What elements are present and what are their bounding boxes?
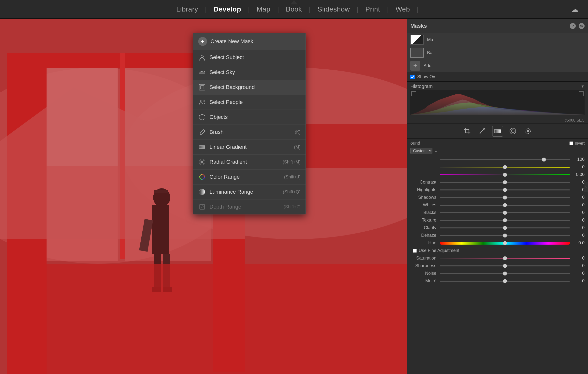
slider-saturation: Saturation 0 (410, 256, 585, 261)
radial-gradient-icon (198, 158, 206, 166)
slider-2-thumb[interactable] (503, 173, 507, 177)
dropdown-color-range[interactable]: Color Range (Shift+J) (193, 170, 306, 185)
nav-print[interactable]: Print (358, 5, 387, 13)
cloud-icon[interactable]: ☁ (571, 5, 578, 13)
nav-book[interactable]: Book (279, 5, 309, 13)
slider-hue-thumb[interactable] (503, 241, 507, 245)
slider-saturation-track[interactable] (440, 258, 570, 259)
nav-map[interactable]: Map (250, 5, 277, 13)
brush-shortcut: (K) (295, 130, 301, 135)
slider-highlights-track[interactable] (440, 189, 570, 190)
exposure-time: ⅟5000 SEC (564, 118, 585, 123)
dropdown-brush[interactable]: Brush (K) (193, 125, 306, 140)
color-range-label: Color Range (209, 174, 284, 180)
slider-hue-track[interactable] (440, 242, 570, 245)
slider-highlights-value: 0 (570, 187, 585, 192)
slider-texture-track[interactable] (440, 220, 570, 221)
custom-select[interactable]: Custom (410, 148, 432, 154)
dropdown-select-background[interactable]: Select Background (193, 80, 306, 95)
slider-texture-thumb[interactable] (503, 218, 507, 222)
histogram-header: Histogram ▼ (410, 84, 585, 89)
slider-contrast-track[interactable] (440, 182, 570, 183)
slider-dehaze-value: 0 (570, 233, 585, 238)
slider-contrast-thumb[interactable] (503, 180, 507, 184)
slider-contrast-value: 0 (570, 180, 585, 185)
dropdown-luminance-range[interactable]: Luminance Range (Shift+Q) (193, 185, 306, 199)
dropdown-radial-gradient[interactable]: Radial Gradient (Shift+M) (193, 155, 306, 170)
slider-1-thumb[interactable] (503, 165, 507, 169)
effects-tool-icon[interactable] (523, 126, 533, 137)
histogram-collapse-icon[interactable]: ▼ (581, 84, 585, 89)
right-edge-arrow[interactable]: › (584, 182, 588, 192)
mask-item-background[interactable]: Ba... (407, 46, 588, 59)
slider-noise-thumb[interactable] (503, 272, 507, 275)
slider-whites-thumb[interactable] (503, 203, 507, 207)
invert-checkbox[interactable] (569, 141, 573, 145)
dropdown-linear-gradient[interactable]: Linear Gradient (M) (193, 140, 306, 155)
slider-saturation-thumb[interactable] (503, 256, 507, 260)
nav-develop[interactable]: Develop (207, 5, 248, 13)
svg-rect-32 (199, 84, 205, 90)
luminance-range-icon (198, 188, 206, 196)
slider-clarity-thumb[interactable] (503, 226, 507, 230)
slider-shadows-label: Shadows (410, 195, 440, 200)
slider-noise-track[interactable] (440, 273, 570, 274)
slider-whites-value: 0 (570, 202, 585, 208)
nav-sep-6: | (387, 5, 389, 13)
slider-1-track[interactable] (440, 167, 570, 168)
histogram-corner-tr (579, 91, 584, 96)
dropdown-depth-range[interactable]: Depth Range (Shift+Z) (193, 199, 306, 214)
mask-add-label: Add (424, 63, 431, 68)
mask-add-button[interactable]: Add (407, 59, 588, 72)
slider-sharpness-thumb[interactable] (503, 264, 507, 268)
fine-adjustment-checkbox[interactable] (413, 249, 417, 253)
slider-exposure-track[interactable] (440, 159, 570, 160)
dropdown-objects[interactable]: Objects (193, 110, 306, 125)
slider-moire-thumb[interactable] (503, 279, 507, 283)
crop-tool-icon[interactable] (462, 126, 473, 137)
nav-library[interactable]: Library (169, 5, 205, 13)
radial-tool-icon[interactable] (507, 126, 518, 137)
nav-web[interactable]: Web (389, 5, 417, 13)
gradient-tool-icon[interactable] (492, 126, 503, 137)
histogram-graph (410, 90, 585, 115)
histogram-corner-tl (411, 91, 416, 96)
brush-tool-icon[interactable] (477, 126, 488, 137)
slider-clarity-label: Clarity (410, 225, 440, 230)
slider-blacks-thumb[interactable] (503, 211, 507, 215)
slider-sharpness-track[interactable] (440, 265, 570, 266)
slider-clarity-track[interactable] (440, 227, 570, 228)
svg-rect-33 (200, 86, 204, 89)
show-overlay-checkbox[interactable] (410, 75, 415, 79)
slider-whites-track[interactable] (440, 205, 570, 206)
topbar: Library | Develop | Map | Book | Slidesh… (0, 0, 588, 19)
nav-slideshow[interactable]: Slideshow (311, 5, 357, 13)
slider-2-track[interactable] (440, 174, 570, 175)
dropdown-select-sky[interactable]: Select Sky (193, 65, 306, 80)
slider-highlights-thumb[interactable] (503, 188, 507, 192)
color-range-shortcut: (Shift+J) (284, 175, 301, 180)
show-overlay-row: Show Ov (407, 72, 588, 81)
slider-highlights: Highlights 0 (410, 187, 585, 192)
slider-shadows-track[interactable] (440, 197, 570, 198)
select-sky-icon (198, 68, 206, 76)
select-subject-icon (198, 53, 206, 61)
masks-info-icon[interactable]: ? (570, 23, 576, 29)
slider-dehaze-track[interactable] (440, 235, 570, 236)
slider-shadows-thumb[interactable] (503, 196, 507, 199)
slider-exposure-thumb[interactable] (542, 158, 546, 162)
dropdown-select-subject[interactable]: Select Subject (193, 50, 306, 65)
plus-icon: + (198, 37, 207, 46)
slider-moire-track[interactable] (440, 281, 570, 282)
radial-gradient-label: Radial Gradient (209, 159, 282, 165)
dropdown-select-people[interactable]: Select People (193, 95, 306, 110)
masks-more-icon[interactable]: ≫ (579, 23, 585, 29)
slider-dehaze-thumb[interactable] (503, 234, 507, 237)
mask-item-1[interactable]: Ma... (407, 33, 588, 46)
slider-blacks-track[interactable] (440, 212, 570, 213)
linear-gradient-icon (198, 143, 206, 151)
slider-sharpness: Sharpness 0 (410, 263, 585, 268)
slider-moire-value: 0 (570, 278, 585, 284)
svg-rect-37 (199, 146, 205, 149)
invert-label: Invert (575, 141, 585, 146)
